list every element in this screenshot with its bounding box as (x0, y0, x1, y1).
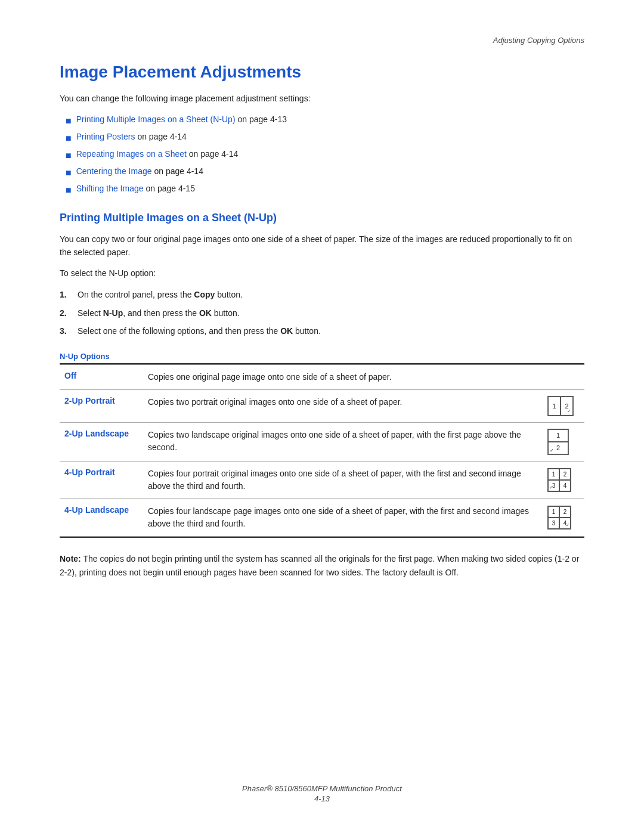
toc-suffix-5: on page 4-15 (144, 184, 195, 193)
header-text: Adjusting Copying Options (493, 36, 584, 45)
footer-product: Phaser® 8510/8560MFP Multifunction Produ… (0, 784, 644, 793)
section1-title: Printing Multiple Images on a Sheet (N-U… (60, 212, 584, 224)
option-name-4up-portrait: 4-Up Portrait (60, 462, 143, 499)
intro-paragraph: You can change the following image place… (60, 92, 584, 105)
icon-cell-1: 1 (548, 397, 561, 416)
step-3: 3. Select one of the following options, … (60, 324, 584, 337)
nup-table: Off Copies one original page image onto … (60, 363, 584, 538)
icon-2up-landscape: 1 ✓2 (547, 429, 569, 455)
table-row-4up-landscape: 4-Up Landscape Copies four landscape pag… (60, 499, 584, 537)
option-name-4up-landscape: 4-Up Landscape (60, 499, 143, 537)
table-row-off: Off Copies one original page image onto … (60, 365, 584, 390)
icon-cell-2: 2 ✓ (561, 397, 573, 416)
bullet-icon: ■ (66, 114, 72, 128)
note-text: The copies do not begin printing until t… (60, 554, 579, 577)
option-name-2up-portrait: 2-Up Portrait (60, 390, 143, 423)
icon-cell-4: 4✓ (559, 518, 571, 529)
toc-item-1: ■ Printing Multiple Images on a Sheet (N… (66, 113, 584, 128)
toc-link-5[interactable]: Shifting the Image (76, 184, 144, 193)
icon-cell-3: ✓3 (548, 480, 559, 491)
table-row-2up-portrait: 2-Up Portrait Copies two portrait origin… (60, 390, 584, 423)
toc-suffix-4: on page 4-14 (152, 166, 203, 176)
option-desc-4up-portrait: Copies four portrait original images ont… (143, 462, 543, 499)
note-block: Note: The copies do not begin printing u… (60, 552, 584, 579)
step-3-text: Select one of the following options, and… (78, 324, 321, 337)
icon-cell-1: 1 (548, 506, 559, 518)
option-desc-off: Copies one original page image onto one … (143, 365, 543, 390)
icon-4up-portrait: 1 2 ✓3 4 (547, 468, 571, 492)
toc-link-3[interactable]: Repeating Images on a Sheet (76, 149, 187, 159)
bullet-icon: ■ (66, 166, 72, 180)
toc-suffix-2: on page 4-14 (135, 132, 187, 141)
page-title: Image Placement Adjustments (60, 63, 584, 82)
bullet-icon: ■ (66, 183, 72, 197)
option-icon-2up-landscape: 1 ✓2 (543, 423, 584, 462)
icon-4up-landscape: 1 2 3 4✓ (547, 506, 571, 529)
icon-2up-portrait: 1 2 ✓ (547, 396, 574, 416)
toc-suffix-1: on page 4-13 (236, 114, 287, 124)
bullet-icon: ■ (66, 148, 72, 163)
option-name-off: Off (60, 365, 143, 390)
toc-item-5: ■ Shifting the Image on page 4-15 (66, 182, 584, 197)
steps-list: 1. On the control panel, press the Copy … (60, 288, 584, 337)
icon-cell-2: ✓2 (548, 442, 568, 454)
section1-para1: You can copy two or four original page i… (60, 233, 584, 259)
option-icon-off (543, 365, 584, 390)
section1-para2: To select the N-Up option: (60, 267, 584, 280)
toc-item-3: ■ Repeating Images on a Sheet on page 4-… (66, 148, 584, 163)
footer: Phaser® 8510/8560MFP Multifunction Produ… (0, 784, 644, 803)
icon-cell-2: 2 (559, 506, 571, 518)
table-section: N-Up Options Off Copies one original pag… (60, 352, 584, 538)
option-icon-4up-landscape: 1 2 3 4✓ (543, 499, 584, 537)
toc-link-1[interactable]: Printing Multiple Images on a Sheet (N-U… (76, 114, 236, 124)
step-2: 2. Select N-Up, and then press the OK bu… (60, 306, 584, 320)
icon-cell-1: 1 (548, 429, 568, 442)
step-1-text: On the control panel, press the Copy but… (78, 288, 243, 301)
option-desc-2up-landscape: Copies two landscape original images ont… (143, 423, 543, 462)
header-right: Adjusting Copying Options (60, 36, 584, 45)
option-icon-2up-portrait: 1 2 ✓ (543, 390, 584, 423)
footer-page-num: 4-13 (0, 794, 644, 803)
option-desc-2up-portrait: Copies two portrait original images onto… (143, 390, 543, 423)
note-label: Note: (60, 554, 81, 563)
toc-link-2[interactable]: Printing Posters (76, 132, 135, 141)
option-desc-4up-landscape: Copies four landscape page images onto o… (143, 499, 543, 537)
step-num-3: 3. (60, 324, 72, 337)
icon-cell-2: 2 (559, 469, 571, 480)
icon-cell-1: 1 (548, 469, 559, 480)
toc-item-2: ■ Printing Posters on page 4-14 (66, 131, 584, 145)
step-1: 1. On the control panel, press the Copy … (60, 288, 584, 301)
toc-link-4[interactable]: Centering the Image (76, 166, 152, 176)
bullet-icon: ■ (66, 131, 72, 145)
table-header-label: N-Up Options (60, 352, 584, 363)
option-name-2up-landscape: 2-Up Landscape (60, 423, 143, 462)
page: Adjusting Copying Options Image Placemen… (0, 0, 644, 833)
icon-cell-4: 4 (559, 480, 571, 491)
table-row-border (60, 537, 584, 538)
toc-list: ■ Printing Multiple Images on a Sheet (N… (60, 113, 584, 197)
step-2-text: Select N-Up, and then press the OK butto… (78, 306, 240, 320)
icon-cell-3: 3 (548, 518, 559, 529)
table-row-2up-landscape: 2-Up Landscape Copies two landscape orig… (60, 423, 584, 462)
step-num-1: 1. (60, 288, 72, 301)
table-row-4up-portrait: 4-Up Portrait Copies four portrait origi… (60, 462, 584, 499)
toc-item-4: ■ Centering the Image on page 4-14 (66, 165, 584, 180)
toc-suffix-3: on page 4-14 (187, 149, 238, 159)
step-num-2: 2. (60, 306, 72, 320)
option-icon-4up-portrait: 1 2 ✓3 4 (543, 462, 584, 499)
